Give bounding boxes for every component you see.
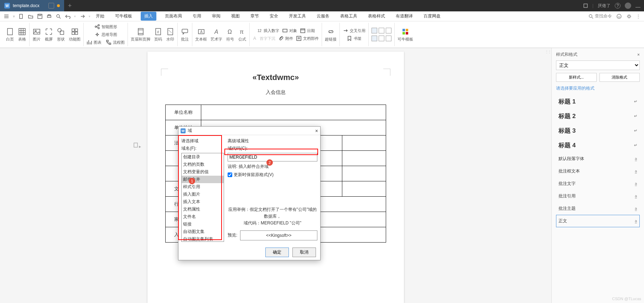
layout2-icon[interactable]: [379, 28, 384, 33]
parts-button[interactable]: 文档部件: [296, 35, 319, 42]
function-button[interactable]: 功能图: [69, 27, 80, 42]
help-icon[interactable]: ?: [615, 3, 620, 9]
menu-translate[interactable]: 有道翻译: [394, 12, 415, 21]
watermark-button[interactable]: 水印: [166, 27, 175, 42]
add-tab-button[interactable]: +: [64, 2, 76, 10]
layout1-icon[interactable]: [372, 28, 377, 33]
hyperlink-button[interactable]: 超链接: [325, 27, 337, 42]
wordart-button[interactable]: A艺术字: [211, 27, 222, 42]
avatar[interactable]: [625, 2, 631, 9]
field-code-input[interactable]: [228, 153, 317, 161]
chart-button[interactable]: 图表: [87, 39, 102, 46]
mindmap-button[interactable]: 思维导图: [94, 31, 117, 38]
screenshot-button[interactable]: 截屏: [45, 27, 53, 42]
field-option[interactable]: 文档属性: [182, 206, 224, 213]
window-icon[interactable]: [583, 3, 588, 8]
field-option[interactable]: 文档变量的值: [182, 168, 224, 176]
menu-start[interactable]: 开始: [94, 12, 107, 21]
panel-close-icon[interactable]: ×: [637, 52, 640, 57]
menu-dev[interactable]: 开发工具: [287, 12, 308, 21]
header-footer-button[interactable]: 页眉和页脚: [131, 27, 150, 42]
page-number-button[interactable]: #页码: [154, 27, 162, 42]
more-icon[interactable]: ⋮: [636, 14, 640, 19]
style-item[interactable]: 批注文字a̲: [556, 177, 640, 190]
menu-security[interactable]: 安全: [268, 12, 280, 21]
menu-template[interactable]: 可牛模板: [113, 12, 134, 21]
field-option[interactable]: 邮件合并: [182, 176, 224, 183]
style-item[interactable]: 标题 1↵: [556, 94, 640, 109]
save-icon[interactable]: [37, 14, 43, 19]
smile-icon[interactable]: [616, 14, 622, 19]
layout3-icon[interactable]: [386, 28, 391, 33]
panel-grip-icon[interactable]: ⋮⋮: [545, 50, 551, 54]
blank-page-button[interactable]: 白页: [6, 27, 14, 42]
object-button[interactable]: 对象: [282, 27, 297, 34]
style-item[interactable]: 批注引用a̲: [556, 190, 640, 202]
paragraph-mark-icon[interactable]: ▸: [133, 142, 141, 149]
dialog-titlebar[interactable]: W 域 ×: [178, 127, 320, 135]
style-item[interactable]: 标题 3↵: [556, 123, 640, 138]
field-option[interactable]: 插入文本: [182, 198, 224, 206]
menu-table-tools[interactable]: 表格工具: [338, 12, 359, 21]
layout5-icon[interactable]: [379, 36, 384, 41]
crossref-button[interactable]: 交叉引用: [343, 27, 365, 34]
clear-format-button[interactable]: 清除格式: [599, 73, 640, 82]
undo-icon[interactable]: [65, 14, 71, 19]
bookmark-button[interactable]: 书签: [347, 35, 362, 42]
menu-layout[interactable]: 页面布局: [163, 12, 184, 21]
print-icon[interactable]: [46, 14, 52, 19]
new-style-button[interactable]: 新样式...: [556, 73, 597, 82]
field-option[interactable]: 自动图文集: [182, 228, 224, 235]
field-option[interactable]: 自动图文集列表: [182, 235, 224, 242]
gear-icon[interactable]: [626, 14, 632, 19]
menu-view[interactable]: 视图: [229, 12, 242, 21]
layout4-icon[interactable]: [372, 36, 377, 41]
field-option[interactable]: 文件名: [182, 213, 224, 220]
field-option[interactable]: 样式引用: [182, 183, 224, 191]
style-item[interactable]: 默认段落字体a̲: [556, 153, 640, 165]
menu-baidu[interactable]: 百度网盘: [421, 12, 443, 21]
style-item[interactable]: 标题 2↵: [556, 109, 640, 123]
style-item[interactable]: 正文a̲: [556, 215, 640, 227]
equation-button[interactable]: π公式: [238, 27, 246, 42]
menu-cloud[interactable]: 云服务: [315, 12, 332, 21]
cancel-button[interactable]: 取消: [292, 248, 316, 257]
minimize-icon[interactable]: [635, 7, 640, 7]
preview-icon[interactable]: [56, 14, 61, 19]
table-button[interactable]: 表格: [18, 27, 26, 42]
date-button[interactable]: 日期: [300, 27, 315, 34]
preserve-format-checkbox[interactable]: 更新时保留原格式(V): [228, 172, 317, 178]
shapes-button[interactable]: 形状: [57, 27, 65, 42]
keniu-template-button[interactable]: 可牛模板: [398, 27, 413, 42]
redo-icon[interactable]: [79, 14, 85, 19]
new-icon[interactable]: [19, 14, 24, 19]
menu-section[interactable]: 章节: [248, 12, 261, 21]
dropcap-button[interactable]: A首字下沉: [253, 35, 275, 42]
field-option[interactable]: 插入图片: [182, 191, 224, 198]
current-style-select[interactable]: 正文: [556, 60, 640, 70]
menu-insert[interactable]: 插入: [141, 12, 156, 21]
layout6-icon[interactable]: [386, 36, 391, 41]
flowchart-button[interactable]: 流程图: [106, 39, 125, 46]
number-button[interactable]: 12插入数字: [256, 27, 279, 34]
duplicate-icon[interactable]: [48, 3, 54, 9]
style-item[interactable]: 批注框文本a̲: [556, 165, 640, 177]
command-search[interactable]: 查找命令: [588, 13, 612, 19]
menu-review[interactable]: 审阅: [210, 12, 223, 21]
document-tab[interactable]: W template.docx: [0, 0, 64, 11]
field-option[interactable]: 链接: [182, 220, 224, 228]
comment-button[interactable]: 批注: [181, 27, 189, 42]
style-item[interactable]: 标题 4↵: [556, 138, 640, 153]
ok-button[interactable]: 确定: [265, 248, 289, 257]
style-item[interactable]: 批注主题a̲: [556, 202, 640, 215]
textbox-button[interactable]: A文本框: [195, 27, 207, 42]
field-option[interactable]: 文档的页数: [182, 161, 224, 168]
menu-icon[interactable]: [4, 14, 9, 19]
menu-reference[interactable]: 引用: [191, 12, 203, 21]
smartart-button[interactable]: 智能图形: [94, 23, 117, 30]
field-option[interactable]: 创建目录: [182, 153, 224, 161]
picture-button[interactable]: 图片: [32, 27, 41, 42]
open-icon[interactable]: [28, 14, 33, 19]
symbol-button[interactable]: Ω符号: [226, 27, 234, 42]
attachment-button[interactable]: 附件: [278, 35, 293, 42]
